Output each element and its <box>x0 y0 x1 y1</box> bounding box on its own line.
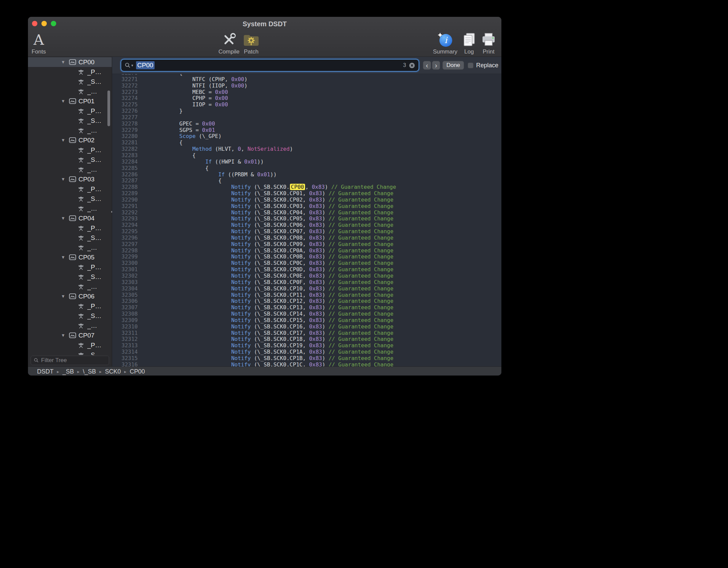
sidebar-scrollbar[interactable] <box>107 91 110 126</box>
done-button[interactable]: Done <box>442 61 464 70</box>
tree-item-child[interactable]: _P… <box>28 184 112 194</box>
method-icon <box>78 205 87 212</box>
match-count: 3 <box>403 62 409 68</box>
tree-item-child[interactable]: _… <box>28 204 112 213</box>
tree-item-label: CP07 <box>78 332 95 339</box>
disclosure-triangle-icon[interactable]: ▼ <box>61 138 69 143</box>
close-button[interactable] <box>32 21 37 26</box>
tree-item-cp04[interactable]: ▼CP04 <box>28 213 112 223</box>
tree-item-child[interactable]: _S… <box>28 194 112 204</box>
disclosure-triangle-icon[interactable]: ▼ <box>61 99 69 104</box>
tree-item-child[interactable]: _P… <box>28 145 112 155</box>
tree-item-child[interactable]: _S… <box>28 116 112 126</box>
titlebar[interactable]: System DSDT <box>28 17 501 30</box>
tree-item-cp01[interactable]: ▼CP01 <box>28 96 112 106</box>
tree-item-cp02[interactable]: ▼CP02 <box>28 135 112 145</box>
tree-item-cp03[interactable]: ▼CP03 <box>28 174 112 184</box>
line-number: 32306 <box>112 298 138 305</box>
tree-item-cp06[interactable]: ▼CP06 <box>28 291 112 301</box>
tree-item-child[interactable]: _S… <box>28 77 112 86</box>
find-next-button[interactable]: › <box>432 61 440 70</box>
tree-item-label: _… <box>87 244 97 251</box>
tree-item-label: _… <box>87 322 97 329</box>
tree-item-child[interactable]: _P… <box>28 301 112 311</box>
method-icon <box>78 235 87 241</box>
code-line: 32292 Notify (\_SB.SCK0.CP04, 0x83) // G… <box>112 210 501 216</box>
find-previous-button[interactable]: ‹ <box>423 61 431 70</box>
method-icon <box>78 156 87 163</box>
tree-item-child[interactable]: _… <box>28 282 112 291</box>
breadcrumb-separator-icon: ▸ <box>57 369 59 374</box>
disclosure-triangle-icon[interactable]: ▼ <box>61 216 69 221</box>
tree-item-child[interactable]: _S… <box>28 272 112 282</box>
tree-item-cp07[interactable]: ▼CP07 <box>28 330 112 340</box>
replace-label: Replace <box>476 62 498 69</box>
code-line: 32304 Notify (\_SB.SCK0.CP10, 0x83) // G… <box>112 286 501 292</box>
code-line: 32273 MEBC = 0x00 <box>112 89 501 96</box>
tree-item-child[interactable]: _P… <box>28 67 112 77</box>
method-icon <box>78 108 87 114</box>
breadcrumb-item[interactable]: CP00 <box>130 368 145 375</box>
print-button[interactable]: Print <box>473 31 501 55</box>
method-icon <box>78 127 87 134</box>
tree-item-child[interactable]: _P… <box>28 262 112 272</box>
breadcrumb-item[interactable]: _SB <box>63 368 74 375</box>
line-number: 32272 <box>112 83 138 89</box>
code-text: Notify (\_SB.SCK0.CP15, 0x83) // Guarant… <box>138 317 393 324</box>
line-number: 32310 <box>112 324 138 330</box>
breadcrumb-item[interactable]: SCK0 <box>105 368 121 375</box>
line-number: 32277 <box>112 114 138 121</box>
tree-item-child[interactable]: _P… <box>28 106 112 116</box>
line-number: 32302 <box>112 273 138 279</box>
find-search-field[interactable]: ▾ CP00 3 <box>121 60 419 71</box>
tree-item-child[interactable]: _… <box>28 126 112 135</box>
breadcrumb-item[interactable]: DSDT <box>37 368 54 375</box>
method-icon <box>78 283 87 290</box>
line-number: 32293 <box>112 216 138 222</box>
code-text: CPHP = 0x00 <box>138 95 228 102</box>
disclosure-triangle-icon[interactable]: ▼ <box>61 333 69 338</box>
code-line: 32293 Notify (\_SB.SCK0.CP05, 0x83) // G… <box>112 216 501 222</box>
clear-search-icon[interactable] <box>409 62 415 69</box>
replace-checkbox[interactable] <box>468 63 473 68</box>
code-text: Notify (\_SB.SCK0.CP03, 0x83) // Guarant… <box>138 203 393 210</box>
method-icon <box>78 225 87 232</box>
tree-item-child[interactable]: _S… <box>28 233 112 243</box>
fonts-button[interactable]: A Fonts <box>28 31 54 55</box>
tree-item-child[interactable]: _P… <box>28 340 112 350</box>
code-line: 32291 Notify (\_SB.SCK0.CP03, 0x83) // G… <box>112 203 501 210</box>
line-number: 32297 <box>112 241 138 248</box>
tree-item-cp00[interactable]: ▼CP00 <box>28 57 112 67</box>
code-line: 32308 Notify (\_SB.SCK0.CP14, 0x83) // G… <box>112 311 501 317</box>
code-line: 32311 Notify (\_SB.SCK0.CP17, 0x83) // G… <box>112 330 501 336</box>
tree-item-child[interactable]: _… <box>28 165 112 174</box>
tree-item-child[interactable]: _… <box>28 321 112 330</box>
patch-button[interactable]: Patch <box>236 31 266 55</box>
line-number: 32307 <box>112 305 138 311</box>
disclosure-triangle-icon[interactable]: ▼ <box>61 177 69 182</box>
filter-tree-input[interactable]: Filter Tree <box>31 356 109 365</box>
tree-item-child[interactable]: _… <box>28 243 112 252</box>
sidebar-tree[interactable]: ▼CP00_P…_S…_…▼CP01_P…_S…_…▼CP02_P…_S…_…▼… <box>28 57 112 360</box>
tree-item-label: _P… <box>87 303 101 310</box>
code-line: 32285 { <box>112 165 501 172</box>
code-text: Notify (\_SB.SCK0.CP08, 0x83) // Guarant… <box>138 235 393 241</box>
tree-item-child[interactable]: _S… <box>28 311 112 321</box>
tree-item-label: CP02 <box>78 137 95 144</box>
breadcrumb-item[interactable]: \_SB <box>83 368 96 375</box>
tree-item-cp05[interactable]: ▼CP05 <box>28 252 112 262</box>
minimize-button[interactable] <box>41 21 47 26</box>
tree-item-child[interactable]: _S… <box>28 155 112 165</box>
disclosure-triangle-icon[interactable]: ▼ <box>61 60 69 65</box>
tree-item-child[interactable]: _… <box>28 86 112 96</box>
code-line: 32275 IIOP = 0x00 <box>112 102 501 108</box>
zoom-button[interactable] <box>51 21 56 26</box>
tree-item-child[interactable]: _P… <box>28 223 112 233</box>
processor-icon <box>69 332 78 339</box>
search-magnifier[interactable]: ▾ <box>125 62 133 69</box>
code-editor[interactable]: 32270 {32271 NTFC (CPHP, 0x00)32272 NTFI… <box>112 74 501 366</box>
disclosure-triangle-icon[interactable]: ▼ <box>61 294 69 299</box>
code-text <box>138 114 140 121</box>
breadcrumb[interactable]: DSDT▸_SB▸\_SB▸SCK0▸CP00 <box>37 368 145 375</box>
disclosure-triangle-icon[interactable]: ▼ <box>61 255 69 260</box>
